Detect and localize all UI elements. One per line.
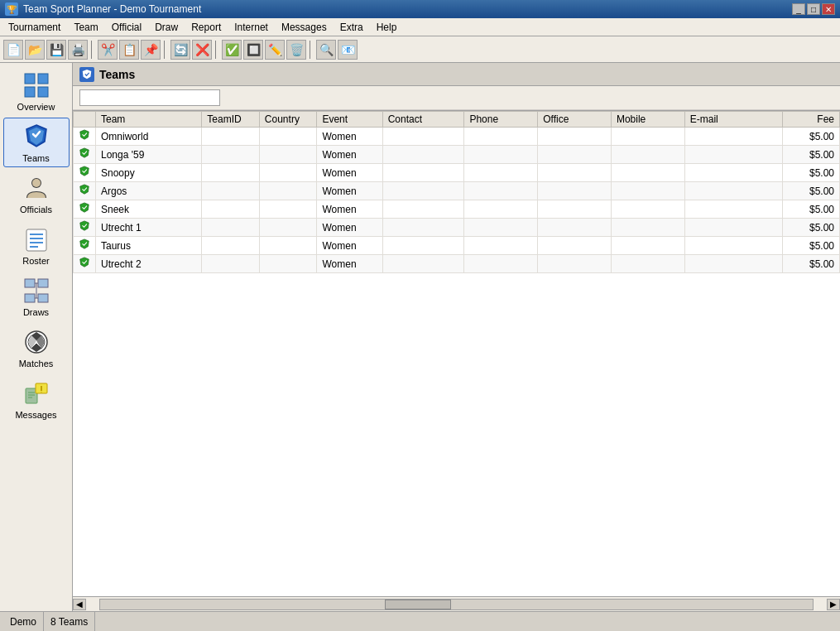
- row-contact: [382, 146, 464, 164]
- svg-rect-10: [30, 246, 38, 248]
- table-row[interactable]: Longa '59Women$5.00: [74, 146, 840, 164]
- trash-button[interactable]: 🗑️: [286, 40, 306, 60]
- shield-icon: [79, 184, 90, 195]
- col-event[interactable]: Event: [317, 112, 382, 128]
- hscroll-left-button[interactable]: ◀: [73, 599, 86, 610]
- row-team: Snoopy: [96, 164, 202, 182]
- row-office: [538, 182, 612, 200]
- row-icon-cell: [74, 237, 96, 255]
- hscroll-right-button[interactable]: ▶: [827, 599, 840, 610]
- row-country: [259, 237, 317, 255]
- menu-report[interactable]: Report: [185, 20, 228, 35]
- delete-button[interactable]: ❌: [192, 40, 212, 60]
- status-demo: Demo: [3, 612, 44, 631]
- col-mobile[interactable]: Mobile: [611, 112, 684, 128]
- sidebar-item-matches[interactable]: Matches: [3, 323, 70, 373]
- menu-tournament[interactable]: Tournament: [2, 20, 67, 35]
- table-row[interactable]: ArgosWomen$5.00: [74, 182, 840, 200]
- teams-table: Team TeamID Country Event Contact Phone …: [73, 111, 840, 273]
- table-row[interactable]: SnoopyWomen$5.00: [74, 164, 840, 182]
- sidebar-item-messages[interactable]: Messages: [3, 374, 70, 424]
- table-row[interactable]: Utrecht 2Women$5.00: [74, 255, 840, 273]
- col-country[interactable]: Country: [259, 112, 317, 128]
- search-input[interactable]: [79, 89, 220, 106]
- minimize-button[interactable]: _: [792, 3, 805, 15]
- table-row[interactable]: Utrecht 1Women$5.00: [74, 219, 840, 237]
- svg-rect-12: [38, 279, 48, 287]
- shield-icon: [79, 147, 90, 159]
- row-fee: $5.00: [782, 255, 839, 273]
- svg-rect-6: [26, 229, 46, 251]
- row-email: [684, 200, 782, 219]
- close-button[interactable]: ✕: [822, 3, 835, 15]
- check-button[interactable]: ✅: [222, 40, 242, 60]
- svg-rect-2: [25, 87, 35, 97]
- grid-button[interactable]: 🔲: [243, 40, 263, 60]
- shield-icon: [79, 166, 90, 177]
- copy-button[interactable]: 📋: [119, 40, 139, 60]
- row-contact: [382, 200, 464, 219]
- row-team: Utrecht 1: [96, 219, 202, 237]
- col-email[interactable]: E-mail: [684, 112, 782, 128]
- row-fee: $5.00: [782, 128, 839, 146]
- col-contact[interactable]: Contact: [382, 112, 464, 128]
- table-row[interactable]: SneekWomen$5.00: [74, 200, 840, 219]
- row-fee: $5.00: [782, 200, 839, 219]
- menu-official[interactable]: Official: [105, 20, 148, 35]
- menu-help[interactable]: Help: [370, 20, 404, 35]
- table-row[interactable]: TaurusWomen$5.00: [74, 237, 840, 255]
- row-email: [684, 164, 782, 182]
- table-row[interactable]: OmniworldWomen$5.00: [74, 128, 840, 146]
- print-button[interactable]: 🖨️: [68, 40, 88, 60]
- menu-extra[interactable]: Extra: [334, 20, 370, 35]
- row-teamid: [202, 182, 260, 200]
- col-fee[interactable]: Fee: [782, 112, 839, 128]
- sidebar-item-roster[interactable]: Roster: [3, 220, 70, 270]
- edit-button[interactable]: ✏️: [265, 40, 285, 60]
- menu-internet[interactable]: Internet: [228, 20, 275, 35]
- col-team[interactable]: Team: [96, 112, 202, 128]
- matches-label: Matches: [19, 359, 54, 368]
- sidebar-item-teams[interactable]: Teams: [3, 118, 70, 167]
- open-button[interactable]: 📂: [25, 40, 45, 60]
- col-phone[interactable]: Phone: [464, 112, 538, 128]
- email-button[interactable]: 📧: [338, 40, 358, 60]
- search-button[interactable]: 🔍: [316, 40, 336, 60]
- roster-label: Roster: [22, 256, 49, 266]
- sidebar-item-draws[interactable]: Draws: [3, 272, 70, 321]
- menu-messages[interactable]: Messages: [275, 20, 334, 35]
- shield-icon: [79, 220, 90, 232]
- svg-rect-0: [25, 74, 35, 84]
- teams-table-container: Team TeamID Country Event Contact Phone …: [73, 110, 840, 596]
- row-contact: [382, 255, 464, 273]
- row-office: [538, 146, 612, 164]
- hscroll-thumb[interactable]: [385, 600, 451, 609]
- content-header-title: Teams: [99, 68, 135, 81]
- row-mobile: [611, 128, 684, 146]
- sidebar-item-officials[interactable]: Officials: [3, 169, 70, 219]
- row-team: Sneek: [96, 200, 202, 219]
- new-button[interactable]: 📄: [3, 40, 23, 60]
- refresh-button[interactable]: 🔄: [170, 40, 190, 60]
- cut-button[interactable]: ✂️: [98, 40, 118, 60]
- overview-label: Overview: [17, 102, 55, 112]
- row-country: [259, 164, 317, 182]
- row-team: Omniworld: [96, 128, 202, 146]
- row-fee: $5.00: [782, 164, 839, 182]
- row-mobile: [611, 255, 684, 273]
- hscroll-track[interactable]: [99, 599, 814, 610]
- row-teamid: [202, 200, 260, 219]
- paste-button[interactable]: 📌: [141, 40, 161, 60]
- menu-draw[interactable]: Draw: [148, 20, 185, 35]
- row-teamid: [202, 237, 260, 255]
- row-icon-cell: [74, 255, 96, 273]
- col-office[interactable]: Office: [538, 112, 612, 128]
- row-teamid: [202, 219, 260, 237]
- menu-team[interactable]: Team: [67, 20, 104, 35]
- col-teamid[interactable]: TeamID: [202, 112, 260, 128]
- save-button[interactable]: 💾: [46, 40, 66, 60]
- row-country: [259, 146, 317, 164]
- row-mobile: [611, 146, 684, 164]
- sidebar-item-overview[interactable]: Overview: [3, 66, 70, 116]
- maximize-button[interactable]: □: [807, 3, 820, 15]
